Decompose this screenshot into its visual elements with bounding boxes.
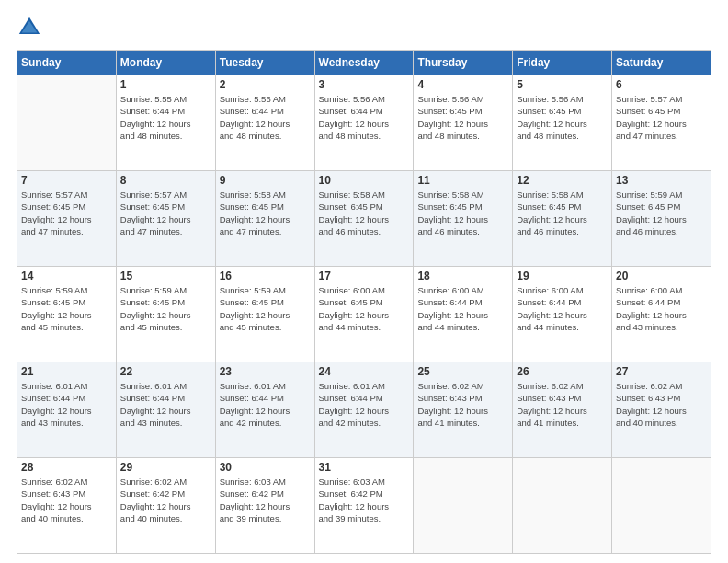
- day-number: 19: [517, 270, 608, 282]
- day-info: Sunrise: 6:02 AMSunset: 6:43 PMDaylight:…: [417, 380, 508, 429]
- calendar-cell: 2Sunrise: 5:56 AMSunset: 6:44 PMDaylight…: [215, 75, 314, 171]
- day-info: Sunrise: 6:02 AMSunset: 6:42 PMDaylight:…: [120, 476, 211, 524]
- calendar-cell: 9Sunrise: 5:58 AMSunset: 6:45 PMDaylight…: [215, 171, 314, 267]
- day-info: Sunrise: 5:57 AMSunset: 6:45 PMDaylight:…: [120, 189, 211, 237]
- calendar-cell: 14Sunrise: 5:59 AMSunset: 6:45 PMDayligh…: [17, 267, 117, 362]
- calendar-header-monday: Monday: [116, 51, 215, 75]
- calendar-cell: 22Sunrise: 6:01 AMSunset: 6:44 PMDayligh…: [116, 362, 215, 458]
- calendar-header-thursday: Thursday: [414, 51, 513, 75]
- day-number: 20: [616, 270, 707, 282]
- day-number: 22: [120, 365, 211, 378]
- day-number: 7: [21, 174, 112, 187]
- day-number: 13: [616, 174, 707, 187]
- logo: [17, 15, 46, 40]
- calendar-cell: 10Sunrise: 5:58 AMSunset: 6:45 PMDayligh…: [314, 171, 414, 267]
- calendar-week-row: 7Sunrise: 5:57 AMSunset: 6:45 PMDaylight…: [17, 171, 711, 267]
- calendar-cell: 28Sunrise: 6:02 AMSunset: 6:43 PMDayligh…: [17, 458, 117, 554]
- calendar-cell: 13Sunrise: 5:59 AMSunset: 6:45 PMDayligh…: [612, 171, 711, 267]
- day-number: 21: [21, 365, 112, 378]
- day-number: 9: [220, 174, 311, 187]
- calendar-cell: 4Sunrise: 5:56 AMSunset: 6:45 PMDaylight…: [414, 75, 513, 171]
- calendar-cell: 18Sunrise: 6:00 AMSunset: 6:44 PMDayligh…: [414, 267, 513, 362]
- calendar-header-saturday: Saturday: [612, 51, 711, 75]
- calendar-cell: [513, 458, 612, 554]
- day-number: 14: [21, 270, 112, 282]
- calendar-week-row: 14Sunrise: 5:59 AMSunset: 6:45 PMDayligh…: [17, 267, 711, 362]
- calendar-header-friday: Friday: [513, 51, 612, 75]
- calendar-cell: 21Sunrise: 6:01 AMSunset: 6:44 PMDayligh…: [17, 362, 117, 458]
- day-info: Sunrise: 6:01 AMSunset: 6:44 PMDaylight:…: [319, 380, 410, 429]
- calendar-cell: 24Sunrise: 6:01 AMSunset: 6:44 PMDayligh…: [314, 362, 414, 458]
- calendar-header-row: SundayMondayTuesdayWednesdayThursdayFrid…: [17, 51, 711, 75]
- day-number: 4: [417, 78, 508, 91]
- day-info: Sunrise: 5:59 AMSunset: 6:45 PMDaylight:…: [120, 284, 211, 333]
- day-number: 11: [417, 174, 508, 187]
- header: [17, 15, 711, 40]
- calendar-cell: 1Sunrise: 5:55 AMSunset: 6:44 PMDaylight…: [116, 75, 215, 171]
- calendar-cell: 7Sunrise: 5:57 AMSunset: 6:45 PMDaylight…: [17, 171, 117, 267]
- calendar-cell: 6Sunrise: 5:57 AMSunset: 6:45 PMDaylight…: [612, 75, 711, 171]
- day-number: 3: [319, 78, 410, 91]
- page: SundayMondayTuesdayWednesdayThursdayFrid…: [0, 0, 728, 563]
- day-number: 12: [517, 174, 608, 187]
- calendar-cell: [414, 458, 513, 554]
- day-number: 23: [220, 365, 311, 378]
- day-info: Sunrise: 6:00 AMSunset: 6:44 PMDaylight:…: [517, 284, 608, 333]
- calendar-cell: 8Sunrise: 5:57 AMSunset: 6:45 PMDaylight…: [116, 171, 215, 267]
- calendar-cell: 23Sunrise: 6:01 AMSunset: 6:44 PMDayligh…: [215, 362, 314, 458]
- calendar-cell: 3Sunrise: 5:56 AMSunset: 6:44 PMDaylight…: [314, 75, 414, 171]
- day-info: Sunrise: 6:01 AMSunset: 6:44 PMDaylight:…: [220, 380, 311, 429]
- calendar-cell: 15Sunrise: 5:59 AMSunset: 6:45 PMDayligh…: [116, 267, 215, 362]
- day-number: 17: [319, 270, 410, 282]
- day-number: 8: [120, 174, 211, 187]
- calendar-cell: [612, 458, 711, 554]
- day-info: Sunrise: 6:01 AMSunset: 6:44 PMDaylight:…: [120, 380, 211, 429]
- calendar-cell: 31Sunrise: 6:03 AMSunset: 6:42 PMDayligh…: [314, 458, 414, 554]
- calendar-cell: 12Sunrise: 5:58 AMSunset: 6:45 PMDayligh…: [513, 171, 612, 267]
- day-number: 5: [517, 78, 608, 91]
- calendar-cell: [17, 75, 117, 171]
- calendar-cell: 11Sunrise: 5:58 AMSunset: 6:45 PMDayligh…: [414, 171, 513, 267]
- day-info: Sunrise: 5:56 AMSunset: 6:44 PMDaylight:…: [319, 93, 410, 142]
- calendar-cell: 25Sunrise: 6:02 AMSunset: 6:43 PMDayligh…: [414, 362, 513, 458]
- day-info: Sunrise: 5:59 AMSunset: 6:45 PMDaylight:…: [220, 284, 311, 333]
- day-number: 16: [220, 270, 311, 282]
- day-info: Sunrise: 6:02 AMSunset: 6:43 PMDaylight:…: [517, 380, 608, 429]
- day-info: Sunrise: 5:57 AMSunset: 6:45 PMDaylight:…: [616, 93, 707, 142]
- calendar-cell: 20Sunrise: 6:00 AMSunset: 6:44 PMDayligh…: [612, 267, 711, 362]
- day-number: 6: [616, 78, 707, 91]
- day-info: Sunrise: 5:58 AMSunset: 6:45 PMDaylight:…: [220, 189, 311, 237]
- day-number: 31: [319, 461, 410, 474]
- calendar-cell: 26Sunrise: 6:02 AMSunset: 6:43 PMDayligh…: [513, 362, 612, 458]
- day-info: Sunrise: 5:56 AMSunset: 6:45 PMDaylight:…: [417, 93, 508, 142]
- calendar-header-tuesday: Tuesday: [215, 51, 314, 75]
- day-info: Sunrise: 5:59 AMSunset: 6:45 PMDaylight:…: [616, 189, 707, 237]
- calendar-week-row: 28Sunrise: 6:02 AMSunset: 6:43 PMDayligh…: [17, 458, 711, 554]
- day-info: Sunrise: 5:58 AMSunset: 6:45 PMDaylight:…: [417, 189, 508, 237]
- day-info: Sunrise: 5:57 AMSunset: 6:45 PMDaylight:…: [21, 189, 112, 237]
- day-info: Sunrise: 5:58 AMSunset: 6:45 PMDaylight:…: [517, 189, 608, 237]
- day-number: 30: [220, 461, 311, 474]
- day-number: 24: [319, 365, 410, 378]
- day-info: Sunrise: 6:01 AMSunset: 6:44 PMDaylight:…: [21, 380, 112, 429]
- calendar-table: SundayMondayTuesdayWednesdayThursdayFrid…: [17, 50, 711, 554]
- day-info: Sunrise: 5:55 AMSunset: 6:44 PMDaylight:…: [120, 93, 211, 142]
- day-number: 26: [517, 365, 608, 378]
- day-info: Sunrise: 5:56 AMSunset: 6:44 PMDaylight:…: [220, 93, 311, 142]
- calendar-header-sunday: Sunday: [17, 51, 117, 75]
- calendar-cell: 17Sunrise: 6:00 AMSunset: 6:45 PMDayligh…: [314, 267, 414, 362]
- logo-icon: [17, 15, 42, 40]
- day-number: 10: [319, 174, 410, 187]
- day-number: 15: [120, 270, 211, 282]
- day-number: 2: [220, 78, 311, 91]
- calendar-week-row: 21Sunrise: 6:01 AMSunset: 6:44 PMDayligh…: [17, 362, 711, 458]
- day-number: 28: [21, 461, 112, 474]
- day-number: 29: [120, 461, 211, 474]
- day-info: Sunrise: 6:00 AMSunset: 6:45 PMDaylight:…: [319, 284, 410, 333]
- day-info: Sunrise: 6:02 AMSunset: 6:43 PMDaylight:…: [616, 380, 707, 429]
- day-info: Sunrise: 5:58 AMSunset: 6:45 PMDaylight:…: [319, 189, 410, 237]
- calendar-week-row: 1Sunrise: 5:55 AMSunset: 6:44 PMDaylight…: [17, 75, 711, 171]
- day-info: Sunrise: 5:56 AMSunset: 6:45 PMDaylight:…: [517, 93, 608, 142]
- day-info: Sunrise: 5:59 AMSunset: 6:45 PMDaylight:…: [21, 284, 112, 333]
- calendar-cell: 16Sunrise: 5:59 AMSunset: 6:45 PMDayligh…: [215, 267, 314, 362]
